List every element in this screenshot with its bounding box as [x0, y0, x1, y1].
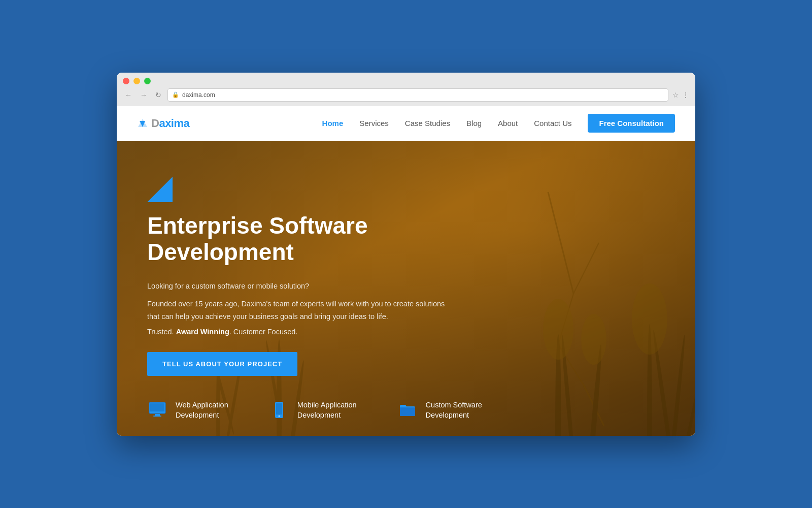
browser-titlebar [123, 78, 689, 84]
monitor-icon [147, 400, 167, 420]
hero-description: Founded over 15 years ago, Daxima's team… [147, 298, 452, 323]
svg-point-28 [278, 416, 280, 417]
browser-window: ← → ↻ 🔒 daxima.com ☆ ⋮ Daxima [117, 73, 695, 436]
website-content: Daxima Home Services Case Studies Blog A… [117, 106, 695, 436]
address-bar[interactable]: 🔒 daxima.com [167, 88, 668, 102]
security-lock-icon: 🔒 [172, 91, 179, 98]
nav-home[interactable]: Home [322, 119, 344, 128]
nav-blog[interactable]: Blog [466, 119, 482, 128]
hero-services-strip: Web ApplicationDevelopment Mobile Applic… [117, 400, 695, 436]
folder-icon [397, 400, 418, 420]
svg-rect-25 [153, 416, 161, 417]
hero-triangle-icon [147, 177, 173, 202]
service-web-app: Web ApplicationDevelopment [147, 400, 228, 421]
nav-free-consultation[interactable]: Free Consultation [588, 114, 675, 133]
hero-cta-button[interactable]: TELL US ABOUT YOUR PROJECT [147, 352, 297, 376]
nav-contact[interactable]: Contact Us [534, 119, 571, 128]
mobile-app-label: Mobile ApplicationDevelopment [297, 400, 357, 421]
bookmark-icon[interactable]: ☆ [672, 91, 679, 99]
refresh-button[interactable]: ↻ [153, 90, 163, 100]
logo-text: Daxima [151, 117, 189, 130]
hero-subtitle: Looking for a custom software or mobile … [147, 280, 452, 293]
svg-rect-24 [155, 414, 160, 416]
svg-rect-27 [276, 403, 282, 415]
hero-content: Enterprise Software Development Looking … [147, 167, 452, 376]
hero-title: Enterprise Software Development [147, 212, 452, 266]
logo-icon [137, 118, 148, 129]
hero-section: Enterprise Software Development Looking … [117, 141, 695, 436]
nav-links: Home Services Case Studies Blog About Co… [322, 119, 675, 128]
nav-about[interactable]: About [498, 119, 518, 128]
navigation: Daxima Home Services Case Studies Blog A… [117, 106, 695, 141]
nav-case-studies[interactable]: Case Studies [405, 119, 450, 128]
browser-chrome: ← → ↻ 🔒 daxima.com ☆ ⋮ [117, 73, 695, 106]
custom-software-label: Custom SoftwareDevelopment [426, 400, 482, 421]
svg-point-20 [632, 283, 667, 355]
menu-icon[interactable]: ⋮ [682, 91, 689, 99]
service-mobile-app: Mobile ApplicationDevelopment [269, 400, 357, 421]
web-app-label: Web ApplicationDevelopment [176, 400, 228, 421]
address-text: daxima.com [182, 91, 215, 99]
forward-button[interactable]: → [138, 90, 149, 100]
svg-line-7 [573, 243, 599, 294]
logo[interactable]: Daxima [137, 117, 189, 130]
traffic-light-close[interactable] [123, 78, 129, 84]
svg-point-18 [543, 299, 573, 360]
traffic-light-maximize[interactable] [144, 78, 151, 84]
traffic-light-minimize[interactable] [133, 78, 140, 84]
svg-point-19 [581, 314, 606, 365]
back-button[interactable]: ← [123, 90, 134, 100]
svg-line-6 [548, 192, 573, 294]
hero-tagline: Trusted. Award Winning. Customer Focused… [147, 328, 452, 336]
svg-rect-23 [150, 403, 164, 411]
browser-toolbar: ← → ↻ 🔒 daxima.com ☆ ⋮ [123, 88, 689, 106]
service-custom-software: Custom SoftwareDevelopment [397, 400, 482, 421]
mobile-icon [269, 400, 289, 420]
nav-services[interactable]: Services [359, 119, 389, 128]
browser-actions: ☆ ⋮ [672, 91, 689, 99]
